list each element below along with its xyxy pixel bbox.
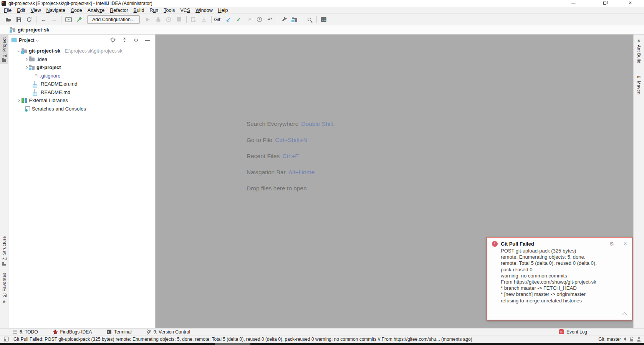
run-with-coverage-button[interactable] <box>164 15 174 24</box>
hide-panel-button[interactable]: — <box>143 37 152 43</box>
menu-help[interactable]: Help <box>215 8 231 13</box>
show-history-button[interactable] <box>254 15 265 24</box>
collapse-all-icon <box>122 37 127 43</box>
menu-code[interactable]: Code <box>68 8 85 13</box>
settings-button[interactable] <box>279 15 290 24</box>
tree-row-readme-en[interactable]: MD README.en.md <box>8 80 155 88</box>
tree-row-gitignore[interactable]: .gitignore <box>8 72 155 80</box>
menu-edit[interactable]: Edit <box>14 8 28 13</box>
update-project-button[interactable]: ↙ <box>223 15 233 24</box>
restore-button[interactable] <box>599 0 610 6</box>
branch-switch-icon[interactable] <box>624 337 626 341</box>
status-bar: Git Pull Failed: POST git-upload-pack (3… <box>0 335 644 343</box>
synchronize-button[interactable] <box>24 15 34 24</box>
git-branch-widget[interactable]: Git: master <box>598 337 621 342</box>
toolbar-separator <box>186 16 187 23</box>
project-structure-button[interactable] <box>290 15 300 24</box>
markdown-file-icon: MD <box>34 81 39 87</box>
tree-row-project-root[interactable]: git-project-sk E:\project-sk\git-project… <box>8 47 155 55</box>
project-root-path: E:\project-sk\git-project-sk <box>65 48 122 54</box>
unlock-icon[interactable] <box>629 337 634 342</box>
push-button[interactable]: ↗ <box>244 15 254 24</box>
menu-run[interactable]: Run <box>147 8 161 13</box>
source-folder-icon <box>29 66 35 70</box>
minimize-button[interactable]: — <box>568 0 579 6</box>
debug-button[interactable] <box>153 15 164 24</box>
run-button[interactable] <box>143 15 153 24</box>
restore-layout-button[interactable] <box>319 15 329 24</box>
git-pull-failed-notification: ! Git Pull Failed ⚙ ✕ POST git-upload-pa… <box>487 237 632 320</box>
open-file-button[interactable] <box>3 15 13 24</box>
update-project-icon: ↙ <box>226 16 231 23</box>
screen-edge-strip <box>0 343 644 345</box>
ide-window: git-project-sk [E:\project-sk\git-projec… <box>0 0 644 345</box>
tool-tab-findbugs[interactable]: FindBugs-IDEA <box>53 329 92 335</box>
build-project-button[interactable] <box>74 15 84 24</box>
run-anything-button[interactable] <box>63 15 74 24</box>
shortcut-navigation-bar: Navigation BarAlt+Home <box>247 164 334 180</box>
left-tool-stripe: 1: Project 7: Structure 2: Favorites ★ <box>0 35 8 328</box>
toolbar-separator <box>61 16 61 23</box>
tool-tab-favorites[interactable]: 2: Favorites ★ <box>0 271 8 306</box>
toggle-tool-windows-icon[interactable] <box>4 337 9 342</box>
chevron-collapsed-icon[interactable] <box>17 99 20 102</box>
tool-tab-structure[interactable]: 7: Structure <box>0 234 8 267</box>
profile-button[interactable] <box>189 15 199 24</box>
chevron-collapsed-icon[interactable] <box>25 66 28 69</box>
toolbar-separator <box>36 16 36 23</box>
rollback-icon: ↶ <box>267 16 272 23</box>
dump-threads-button[interactable] <box>199 15 209 24</box>
tool-tab-project[interactable]: 1: Project <box>0 35 8 64</box>
chevron-collapsed-icon[interactable] <box>25 58 28 61</box>
status-message[interactable]: Git Pull Failed: POST git-upload-pack (3… <box>13 337 472 342</box>
search-everywhere-button[interactable] <box>304 15 315 24</box>
menu-navigate[interactable]: Navigate <box>44 8 68 13</box>
menu-file[interactable]: File <box>1 8 14 13</box>
close-button[interactable]: ✕ <box>625 0 636 6</box>
menu-window[interactable]: Window <box>193 8 215 13</box>
menu-analyze[interactable]: Analyze <box>85 8 107 13</box>
menu-tools[interactable]: Tools <box>161 8 177 13</box>
save-all-button[interactable] <box>13 15 24 24</box>
breadcrumb-project[interactable]: git-project-sk <box>18 27 49 33</box>
tree-row-external-libraries[interactable]: External Libraries <box>8 96 155 105</box>
notification-title: Git Pull Failed <box>501 241 606 247</box>
tree-row-readme[interactable]: MD README.md <box>8 88 155 97</box>
tool-tab-todo[interactable]: 6: TODO <box>13 329 38 335</box>
notification-close-button[interactable]: ✕ <box>623 241 627 246</box>
indicator-person-icon[interactable] <box>637 337 641 342</box>
tool-tab-maven[interactable]: m Maven <box>634 73 644 97</box>
stop-button[interactable] <box>174 15 184 24</box>
favorites-star-icon: ★ <box>2 299 7 304</box>
locate-file-button[interactable] <box>108 37 118 43</box>
folder-icon <box>29 58 35 61</box>
tool-tab-event-log[interactable]: 6 Event Log <box>559 329 587 335</box>
forward-button[interactable]: → <box>49 15 59 24</box>
rollback-button[interactable]: ↶ <box>265 15 275 24</box>
tree-row-scratches[interactable]: Scratches and Consoles <box>8 105 155 113</box>
chevron-expanded-icon[interactable] <box>17 50 20 52</box>
toolbar-separator <box>211 16 212 23</box>
project-view-selector[interactable]: Project <box>12 37 38 43</box>
notification-settings-button[interactable]: ⚙ <box>609 241 614 247</box>
tool-tab-version-control[interactable]: 9: Version Control <box>146 329 190 335</box>
maven-icon: m <box>637 75 641 79</box>
tool-tab-terminal[interactable]: Terminal <box>106 329 131 335</box>
menu-view[interactable]: View <box>28 8 44 13</box>
scratches-icon <box>25 106 30 111</box>
run-configurations-select[interactable]: Add Configuration... <box>87 15 140 24</box>
main-toolbar: ← → Add Configuration... Git: ↙ ✓ ↗ ↶ <box>0 14 644 25</box>
menu-build[interactable]: Build <box>131 8 147 13</box>
tree-row-idea[interactable]: .idea <box>8 55 155 64</box>
collapse-all-button[interactable] <box>120 37 129 43</box>
tree-row-git-project[interactable]: git-project <box>8 63 155 72</box>
menu-vcs[interactable]: VCS <box>178 8 193 13</box>
shortcut-search-everywhere: Search EverywhereDouble Shift <box>247 116 334 132</box>
menu-refactor[interactable]: Refactor <box>107 8 131 13</box>
sync-icon <box>26 17 32 23</box>
tool-tab-ant-build[interactable]: ✳ Ant Build <box>634 37 644 66</box>
back-button[interactable]: ← <box>38 15 49 24</box>
panel-settings-button[interactable]: ⚙ <box>131 37 141 43</box>
notification-expand-button[interactable] <box>622 312 627 317</box>
commit-button[interactable]: ✓ <box>233 15 244 24</box>
